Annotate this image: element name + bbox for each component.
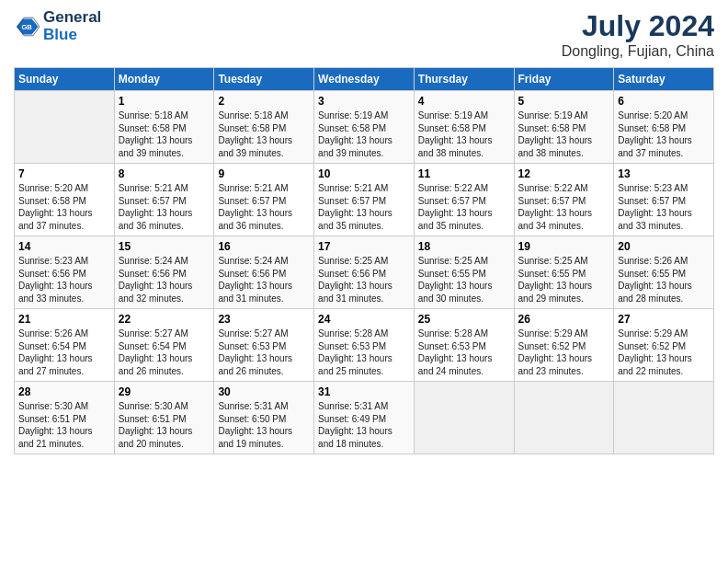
weekday-header: Thursday [414, 68, 514, 91]
day-number: 29 [119, 385, 210, 398]
day-info: Sunrise: 5:24 AM Sunset: 6:56 PM Dayligh… [119, 255, 210, 304]
calendar-cell: 18Sunrise: 5:25 AM Sunset: 6:55 PM Dayli… [414, 236, 514, 309]
logo: GB General Blue [14, 9, 101, 43]
day-info: Sunrise: 5:26 AM Sunset: 6:54 PM Dayligh… [18, 327, 110, 377]
day-number: 31 [318, 385, 410, 398]
day-number: 7 [18, 167, 110, 180]
day-number: 23 [218, 313, 310, 326]
logo-text-block: General Blue [43, 9, 101, 43]
calendar-cell [614, 382, 714, 454]
title-area: July 2024 Dongling, Fujian, China [562, 9, 714, 60]
day-info: Sunrise: 5:19 AM Sunset: 6:58 PM Dayligh… [518, 109, 610, 159]
day-number: 18 [418, 240, 510, 253]
day-number: 24 [318, 313, 410, 326]
day-info: Sunrise: 5:26 AM Sunset: 6:55 PM Dayligh… [618, 255, 710, 304]
calendar-cell: 14Sunrise: 5:23 AM Sunset: 6:56 PM Dayli… [15, 236, 115, 309]
calendar-cell: 7Sunrise: 5:20 AM Sunset: 6:58 PM Daylig… [15, 164, 115, 236]
day-info: Sunrise: 5:25 AM Sunset: 6:55 PM Dayligh… [518, 255, 610, 304]
day-number: 30 [218, 385, 310, 398]
calendar-cell: 21Sunrise: 5:26 AM Sunset: 6:54 PM Dayli… [15, 309, 115, 382]
weekday-header: Tuesday [214, 68, 314, 91]
calendar-cell: 9Sunrise: 5:21 AM Sunset: 6:57 PM Daylig… [214, 164, 314, 236]
weekday-header: Wednesday [314, 68, 415, 91]
day-info: Sunrise: 5:30 AM Sunset: 6:51 PM Dayligh… [18, 400, 110, 450]
day-number: 12 [518, 167, 610, 180]
day-number: 15 [119, 240, 210, 253]
calendar-cell: 28Sunrise: 5:30 AM Sunset: 6:51 PM Dayli… [15, 382, 115, 454]
day-info: Sunrise: 5:24 AM Sunset: 6:56 PM Dayligh… [218, 255, 310, 304]
calendar-table: SundayMondayTuesdayWednesdayThursdayFrid… [14, 67, 714, 454]
day-info: Sunrise: 5:28 AM Sunset: 6:53 PM Dayligh… [318, 327, 410, 377]
calendar-cell: 27Sunrise: 5:29 AM Sunset: 6:52 PM Dayli… [614, 309, 714, 382]
day-number: 5 [518, 95, 610, 108]
calendar-cell: 24Sunrise: 5:28 AM Sunset: 6:53 PM Dayli… [314, 309, 415, 382]
weekday-header: Saturday [614, 68, 714, 91]
day-info: Sunrise: 5:23 AM Sunset: 6:56 PM Dayligh… [18, 255, 110, 304]
calendar-cell: 6Sunrise: 5:20 AM Sunset: 6:58 PM Daylig… [614, 91, 714, 164]
day-info: Sunrise: 5:21 AM Sunset: 6:57 PM Dayligh… [119, 182, 210, 232]
calendar-cell: 17Sunrise: 5:25 AM Sunset: 6:56 PM Dayli… [314, 236, 415, 309]
calendar-cell: 2Sunrise: 5:18 AM Sunset: 6:58 PM Daylig… [214, 91, 314, 164]
day-number: 27 [618, 313, 710, 326]
day-info: Sunrise: 5:25 AM Sunset: 6:56 PM Dayligh… [318, 255, 410, 304]
day-number: 20 [618, 240, 710, 253]
day-number: 28 [18, 385, 110, 398]
calendar-cell: 8Sunrise: 5:21 AM Sunset: 6:57 PM Daylig… [114, 164, 214, 236]
calendar-cell [15, 91, 115, 164]
weekday-header: Friday [514, 68, 614, 91]
logo-blue: Blue [43, 27, 101, 44]
day-info: Sunrise: 5:19 AM Sunset: 6:58 PM Dayligh… [418, 109, 510, 159]
calendar-cell: 10Sunrise: 5:21 AM Sunset: 6:57 PM Dayli… [314, 164, 415, 236]
calendar-cell: 13Sunrise: 5:23 AM Sunset: 6:57 PM Dayli… [614, 164, 714, 236]
calendar-cell: 16Sunrise: 5:24 AM Sunset: 6:56 PM Dayli… [214, 236, 314, 309]
calendar-cell: 12Sunrise: 5:22 AM Sunset: 6:57 PM Dayli… [514, 164, 614, 236]
calendar-cell: 23Sunrise: 5:27 AM Sunset: 6:53 PM Dayli… [214, 309, 314, 382]
day-info: Sunrise: 5:20 AM Sunset: 6:58 PM Dayligh… [618, 109, 710, 159]
calendar-cell: 26Sunrise: 5:29 AM Sunset: 6:52 PM Dayli… [514, 309, 614, 382]
day-number: 19 [518, 240, 610, 253]
day-info: Sunrise: 5:18 AM Sunset: 6:58 PM Dayligh… [119, 109, 210, 159]
day-number: 3 [318, 95, 410, 108]
day-info: Sunrise: 5:18 AM Sunset: 6:58 PM Dayligh… [218, 109, 310, 159]
calendar-cell: 1Sunrise: 5:18 AM Sunset: 6:58 PM Daylig… [114, 91, 214, 164]
day-info: Sunrise: 5:20 AM Sunset: 6:58 PM Dayligh… [18, 182, 110, 232]
calendar-cell: 31Sunrise: 5:31 AM Sunset: 6:49 PM Dayli… [314, 382, 415, 454]
calendar-cell: 3Sunrise: 5:19 AM Sunset: 6:58 PM Daylig… [314, 91, 415, 164]
day-info: Sunrise: 5:30 AM Sunset: 6:51 PM Dayligh… [119, 400, 210, 450]
day-info: Sunrise: 5:27 AM Sunset: 6:54 PM Dayligh… [119, 327, 210, 377]
day-info: Sunrise: 5:21 AM Sunset: 6:57 PM Dayligh… [318, 182, 410, 232]
day-number: 25 [418, 313, 510, 326]
day-info: Sunrise: 5:22 AM Sunset: 6:57 PM Dayligh… [418, 182, 510, 232]
calendar-cell: 30Sunrise: 5:31 AM Sunset: 6:50 PM Dayli… [214, 382, 314, 454]
logo-general: General [43, 9, 101, 27]
logo-icon: GB [14, 14, 40, 40]
day-number: 16 [218, 240, 310, 253]
day-number: 22 [119, 313, 210, 326]
calendar-cell: 11Sunrise: 5:22 AM Sunset: 6:57 PM Dayli… [414, 164, 514, 236]
day-number: 9 [218, 167, 310, 180]
day-info: Sunrise: 5:29 AM Sunset: 6:52 PM Dayligh… [618, 327, 710, 377]
day-number: 17 [318, 240, 410, 253]
header: GB General Blue July 2024 Dongling, Fuji… [14, 9, 714, 60]
day-info: Sunrise: 5:22 AM Sunset: 6:57 PM Dayligh… [518, 182, 610, 232]
day-number: 1 [119, 95, 210, 108]
calendar-cell: 19Sunrise: 5:25 AM Sunset: 6:55 PM Dayli… [514, 236, 614, 309]
calendar-cell: 5Sunrise: 5:19 AM Sunset: 6:58 PM Daylig… [514, 91, 614, 164]
calendar-cell: 15Sunrise: 5:24 AM Sunset: 6:56 PM Dayli… [114, 236, 214, 309]
calendar-cell: 29Sunrise: 5:30 AM Sunset: 6:51 PM Dayli… [114, 382, 214, 454]
day-info: Sunrise: 5:25 AM Sunset: 6:55 PM Dayligh… [418, 255, 510, 304]
day-info: Sunrise: 5:21 AM Sunset: 6:57 PM Dayligh… [218, 182, 310, 232]
day-info: Sunrise: 5:28 AM Sunset: 6:53 PM Dayligh… [418, 327, 510, 377]
weekday-header: Sunday [15, 68, 115, 91]
day-info: Sunrise: 5:31 AM Sunset: 6:50 PM Dayligh… [218, 400, 310, 450]
day-info: Sunrise: 5:19 AM Sunset: 6:58 PM Dayligh… [318, 109, 410, 159]
calendar-cell: 20Sunrise: 5:26 AM Sunset: 6:55 PM Dayli… [614, 236, 714, 309]
day-number: 10 [318, 167, 410, 180]
day-number: 11 [418, 167, 510, 180]
day-number: 13 [618, 167, 710, 180]
day-info: Sunrise: 5:31 AM Sunset: 6:49 PM Dayligh… [318, 400, 410, 450]
day-info: Sunrise: 5:23 AM Sunset: 6:57 PM Dayligh… [618, 182, 710, 232]
page-subtitle: Dongling, Fujian, China [562, 43, 714, 60]
day-number: 4 [418, 95, 510, 108]
weekday-header: Monday [114, 68, 214, 91]
